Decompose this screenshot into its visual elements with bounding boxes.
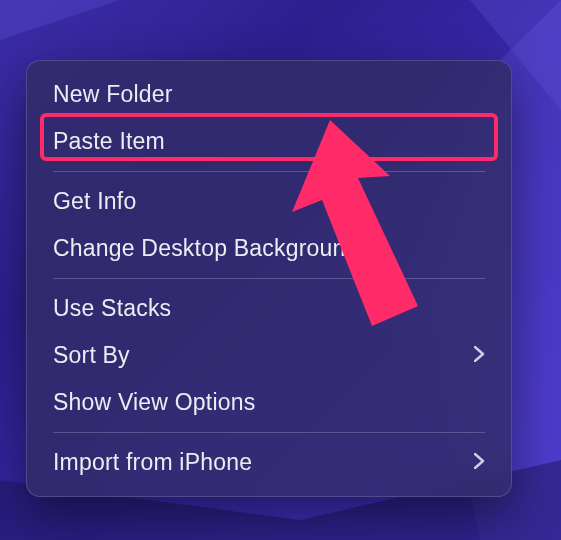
menu-item-show-view-options[interactable]: Show View Options [27, 379, 511, 426]
menu-item-label: Sort By [53, 340, 464, 371]
menu-item-label: New Folder [53, 79, 485, 110]
menu-item-import-from-iphone[interactable]: Import from iPhone [27, 439, 511, 486]
menu-item-label: Paste Item [53, 126, 485, 157]
menu-separator [53, 278, 485, 279]
menu-item-get-info[interactable]: Get Info [27, 178, 511, 225]
menu-item-label: Get Info [53, 186, 485, 217]
menu-item-label: Show View Options [53, 387, 485, 418]
chevron-right-icon [474, 342, 485, 369]
desktop-context-menu: New Folder Paste Item Get Info Change De… [26, 60, 512, 497]
chevron-right-icon [474, 449, 485, 476]
menu-item-label: Use Stacks [53, 293, 485, 324]
menu-separator [53, 171, 485, 172]
menu-item-label: Change Desktop Background… [53, 233, 485, 264]
menu-item-new-folder[interactable]: New Folder [27, 71, 511, 118]
menu-item-paste-item[interactable]: Paste Item [27, 118, 511, 165]
menu-item-sort-by[interactable]: Sort By [27, 332, 511, 379]
desktop-background: New Folder Paste Item Get Info Change De… [0, 0, 561, 540]
menu-item-change-desktop-background[interactable]: Change Desktop Background… [27, 225, 511, 272]
menu-item-use-stacks[interactable]: Use Stacks [27, 285, 511, 332]
menu-separator [53, 432, 485, 433]
menu-item-label: Import from iPhone [53, 447, 464, 478]
